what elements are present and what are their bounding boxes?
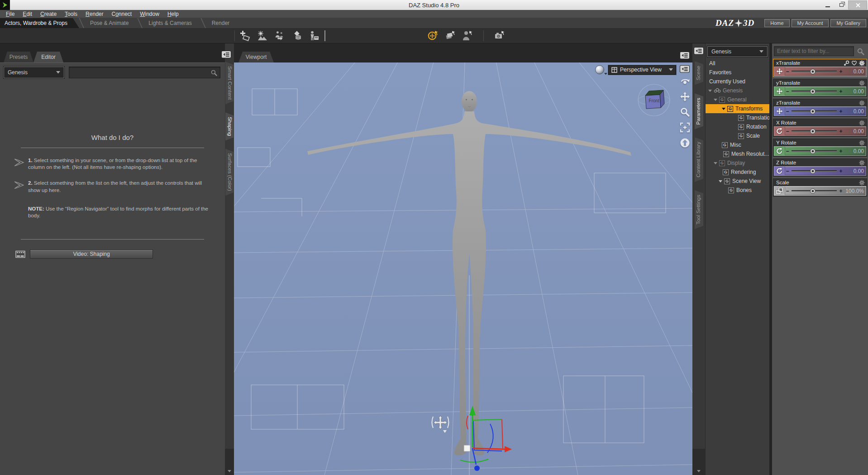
view-cube[interactable]: Front <box>637 83 671 117</box>
activity-tab-render[interactable]: Render <box>207 18 238 28</box>
menu-edit[interactable]: Edit <box>19 10 36 18</box>
zoom-tool-button[interactable] <box>680 107 690 117</box>
menu-tools[interactable]: Tools <box>61 10 81 18</box>
tree-item-rotation[interactable]: GRotation <box>706 122 769 131</box>
dock-tab-shaping[interactable]: Shaping <box>225 112 234 140</box>
dock-tab-parameters[interactable]: Parameters <box>695 93 703 129</box>
aim-tool-button[interactable] <box>680 138 690 148</box>
render-button[interactable] <box>257 30 268 42</box>
drawstyle-button[interactable] <box>595 65 605 75</box>
activity-tab-pose-animate[interactable]: Pose & Animate <box>86 18 138 28</box>
slider-thumb[interactable] <box>810 149 816 154</box>
slider-track[interactable] <box>792 71 837 72</box>
decrement-button[interactable]: − <box>785 168 790 174</box>
slider-track[interactable] <box>792 130 837 132</box>
slider-track[interactable] <box>792 170 837 172</box>
tree-item-mesh-resolut-[interactable]: GMesh Resolut... <box>706 149 769 158</box>
shaping-search-box[interactable] <box>69 67 220 78</box>
increment-button[interactable]: + <box>839 128 843 134</box>
shaping-search-input[interactable] <box>72 69 210 76</box>
increment-button[interactable]: + <box>839 168 843 174</box>
node-selection-tool-button[interactable] <box>462 30 473 42</box>
decrement-button[interactable]: − <box>785 148 790 154</box>
dock-tab-tool-settings[interactable]: Tool Settings <box>695 190 703 229</box>
parameter-value[interactable]: 0.00 <box>843 88 864 95</box>
parameter-value[interactable]: 0.00 <box>843 128 864 134</box>
frame-tool-button[interactable] <box>680 122 690 133</box>
gear-icon[interactable] <box>859 120 865 126</box>
my-gallery-button[interactable]: My Gallery <box>830 19 866 27</box>
menu-render[interactable]: Render <box>81 10 107 18</box>
fit-figure-button[interactable] <box>274 30 286 42</box>
tree-item-scale[interactable]: GScale <box>706 131 769 140</box>
close-button[interactable] <box>848 0 867 10</box>
parameter-filter-input[interactable] <box>777 48 851 54</box>
heart-icon[interactable] <box>851 60 857 66</box>
increment-button[interactable]: + <box>839 188 843 194</box>
expand-arrow-icon[interactable] <box>708 90 712 92</box>
surface-selection-tool-button[interactable] <box>444 30 456 42</box>
pan-tool-button[interactable] <box>680 91 690 102</box>
dock-options-button[interactable] <box>694 47 704 55</box>
tree-item-favorites[interactable]: Favorites <box>706 68 769 77</box>
slider-track[interactable] <box>792 110 837 112</box>
dock-scroll-strip[interactable] <box>225 449 234 475</box>
menu-connect[interactable]: Connect <box>107 10 136 18</box>
view-select-dropdown[interactable]: Perspective View <box>608 65 676 75</box>
home-button[interactable]: Home <box>764 19 789 27</box>
slider-thumb[interactable] <box>810 69 816 74</box>
parameters-figure-dropdown[interactable]: Genesis <box>707 46 768 57</box>
scene-canvas[interactable] <box>234 62 692 475</box>
video-shaping-button[interactable]: Video: Shaping <box>30 249 153 259</box>
gear-icon[interactable] <box>859 140 865 146</box>
decrement-button[interactable]: − <box>785 88 790 95</box>
slider-thumb[interactable] <box>810 109 816 114</box>
dock-tab-smart-content[interactable]: Smart Content <box>225 62 234 104</box>
menu-help[interactable]: Help <box>163 10 183 18</box>
expand-arrow-icon[interactable] <box>722 108 725 110</box>
tree-item-translation[interactable]: GTranslation <box>706 113 769 122</box>
tree-item-scene-view[interactable]: GScene View <box>706 177 769 186</box>
menu-create[interactable]: Create <box>36 10 61 18</box>
parameter-value[interactable]: 100.0% <box>843 188 864 194</box>
decrement-button[interactable]: − <box>785 108 790 115</box>
tree-item-currently-used[interactable]: Currently Used <box>706 77 769 86</box>
gear-icon[interactable] <box>859 60 865 66</box>
viewport-tab[interactable]: Viewport <box>238 52 274 62</box>
parameter-value[interactable]: 0.00 <box>843 148 864 154</box>
tab-presets[interactable]: Presets <box>4 52 33 62</box>
slider-thumb[interactable] <box>810 129 816 134</box>
slider-track[interactable] <box>792 150 837 152</box>
gear-icon[interactable] <box>859 100 865 106</box>
gear-icon[interactable] <box>859 180 865 186</box>
figure-select-dropdown[interactable]: Genesis <box>4 67 64 78</box>
expand-arrow-icon[interactable] <box>719 180 722 182</box>
tree-item-genesis[interactable]: Genesis <box>706 86 769 95</box>
new-content-button[interactable] <box>239 30 251 42</box>
activity-tab-actors-wardrobe-props[interactable]: Actors, Wardrobe & Props <box>0 18 79 28</box>
orbit-tool-button[interactable] <box>680 76 690 86</box>
slider-track[interactable] <box>792 91 837 92</box>
dock-tab-scene[interactable]: Scene <box>695 61 703 85</box>
universal-tool-button[interactable] <box>427 30 439 42</box>
dock-tab-surfaces-color-[interactable]: Surfaces (Color) <box>225 149 234 196</box>
menu-file[interactable]: File <box>2 10 19 18</box>
decrement-button[interactable]: − <box>785 128 790 134</box>
tree-item-bones[interactable]: GBones <box>706 186 769 195</box>
slider-track[interactable] <box>792 190 837 192</box>
dock-tab-content-library[interactable]: Content Library <box>695 137 703 182</box>
viewport-menu-button[interactable] <box>680 65 690 73</box>
tree-item-general[interactable]: GGeneral <box>706 95 769 104</box>
minimize-button[interactable] <box>821 0 835 10</box>
increment-button[interactable]: + <box>839 148 843 154</box>
camera-tool-button[interactable] <box>494 30 506 42</box>
menu-window[interactable]: Window <box>136 10 163 18</box>
save-figure-button[interactable] <box>308 30 320 42</box>
tree-item-all[interactable]: All <box>706 59 769 68</box>
slider-thumb[interactable] <box>810 188 816 194</box>
panel-options-button[interactable] <box>221 51 231 58</box>
decrement-button[interactable]: − <box>785 68 790 75</box>
link-icon[interactable] <box>844 60 849 66</box>
increment-button[interactable]: + <box>839 68 843 75</box>
tree-item-transforms[interactable]: GTransforms <box>706 104 769 113</box>
